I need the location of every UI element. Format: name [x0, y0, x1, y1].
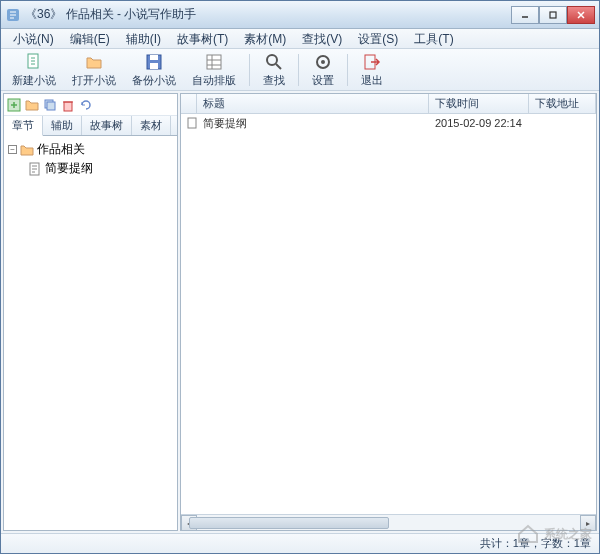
- exit-button[interactable]: 退出: [354, 49, 390, 91]
- svg-rect-19: [188, 118, 196, 128]
- tree-child-node[interactable]: 简要提纲: [8, 159, 173, 178]
- main-panel: 标题 下载时间 下载地址 简要提纲 2015-02-09 22:14 ◂ ▸: [180, 93, 597, 531]
- col-icon[interactable]: [181, 94, 197, 113]
- menu-storytree[interactable]: 故事树(T): [169, 29, 236, 48]
- sidebar-toolbar: [4, 94, 177, 116]
- svg-rect-16: [64, 102, 72, 111]
- cell-time: 2015-02-09 22:14: [429, 116, 529, 130]
- scroll-thumb[interactable]: [189, 517, 389, 529]
- menu-find[interactable]: 查找(V): [294, 29, 350, 48]
- menu-material[interactable]: 素材(M): [236, 29, 294, 48]
- toolbar: 新建小说 打开小说 备份小说 自动排版 查找 设置 退出: [1, 49, 599, 91]
- menu-novel[interactable]: 小说(N): [5, 29, 62, 48]
- sidebar-tabs: 章节 辅助 故事树 素材: [4, 116, 177, 136]
- delete-icon[interactable]: [60, 97, 76, 113]
- list-row[interactable]: 简要提纲 2015-02-09 22:14: [181, 114, 596, 132]
- sidebar: 章节 辅助 故事树 素材 − 作品相关 简要提纲: [3, 93, 178, 531]
- svg-line-9: [276, 64, 281, 69]
- tree-child-label: 简要提纲: [45, 160, 93, 177]
- cell-title: 简要提纲: [197, 115, 429, 132]
- tree-view: − 作品相关 简要提纲: [4, 136, 177, 530]
- svg-rect-2: [550, 12, 556, 18]
- find-button[interactable]: 查找: [256, 49, 292, 91]
- svg-rect-5: [150, 55, 158, 60]
- toolbar-separator: [249, 54, 250, 86]
- horizontal-scrollbar[interactable]: ◂ ▸: [181, 514, 596, 530]
- toolbar-separator: [298, 54, 299, 86]
- svg-rect-6: [150, 63, 158, 69]
- tree-root-label: 作品相关: [37, 141, 85, 158]
- backup-novel-button[interactable]: 备份小说: [125, 49, 183, 91]
- menu-edit[interactable]: 编辑(E): [62, 29, 118, 48]
- titlebar: 《36》 作品相关 - 小说写作助手: [1, 1, 599, 29]
- list-body: 简要提纲 2015-02-09 22:14: [181, 114, 596, 514]
- tab-assist[interactable]: 辅助: [43, 116, 82, 135]
- scroll-right-arrow[interactable]: ▸: [580, 515, 596, 531]
- menu-settings[interactable]: 设置(S): [350, 29, 406, 48]
- tab-storytree[interactable]: 故事树: [82, 116, 132, 135]
- window-title: 《36》 作品相关 - 小说写作助手: [25, 6, 511, 23]
- col-url[interactable]: 下载地址: [529, 94, 596, 113]
- list-header: 标题 下载时间 下载地址: [181, 94, 596, 114]
- search-icon: [264, 52, 284, 72]
- gear-icon: [313, 52, 333, 72]
- status-text: 共计：1章，字数：1章: [480, 536, 591, 551]
- menubar: 小说(N) 编辑(E) 辅助(I) 故事树(T) 素材(M) 查找(V) 设置(…: [1, 29, 599, 49]
- folder-icon: [20, 143, 34, 157]
- copy-icon[interactable]: [42, 97, 58, 113]
- auto-layout-button[interactable]: 自动排版: [185, 49, 243, 91]
- statusbar: 共计：1章，字数：1章: [1, 533, 599, 553]
- tree-root-node[interactable]: − 作品相关: [8, 140, 173, 159]
- app-icon: [5, 7, 21, 23]
- menu-assist[interactable]: 辅助(I): [118, 29, 169, 48]
- file-new-icon: [24, 52, 44, 72]
- tab-material[interactable]: 素材: [132, 116, 171, 135]
- folder-icon[interactable]: [24, 97, 40, 113]
- workspace: 章节 辅助 故事树 素材 − 作品相关 简要提纲 标题: [1, 91, 599, 533]
- file-save-icon: [144, 52, 164, 72]
- settings-button[interactable]: 设置: [305, 49, 341, 91]
- svg-point-11: [321, 60, 325, 64]
- add-icon[interactable]: [6, 97, 22, 113]
- svg-rect-7: [207, 55, 221, 69]
- col-title[interactable]: 标题: [197, 94, 429, 113]
- exit-icon: [362, 52, 382, 72]
- file-open-icon: [84, 52, 104, 72]
- tree-collapse-icon[interactable]: −: [8, 145, 17, 154]
- svg-rect-15: [47, 102, 55, 110]
- toolbar-separator: [347, 54, 348, 86]
- close-button[interactable]: [567, 6, 595, 24]
- layout-icon: [204, 52, 224, 72]
- menu-tools[interactable]: 工具(T): [406, 29, 461, 48]
- cell-url: [529, 122, 596, 124]
- new-novel-button[interactable]: 新建小说: [5, 49, 63, 91]
- tab-chapter[interactable]: 章节: [4, 116, 43, 136]
- open-novel-button[interactable]: 打开小说: [65, 49, 123, 91]
- col-time[interactable]: 下载时间: [429, 94, 529, 113]
- svg-point-8: [267, 55, 277, 65]
- document-icon: [28, 162, 42, 176]
- refresh-icon[interactable]: [78, 97, 94, 113]
- minimize-button[interactable]: [511, 6, 539, 24]
- maximize-button[interactable]: [539, 6, 567, 24]
